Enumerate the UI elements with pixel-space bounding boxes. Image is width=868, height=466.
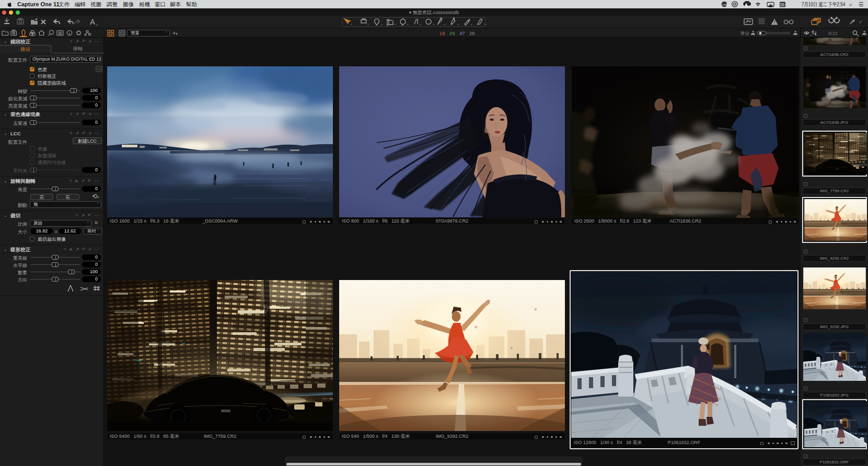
svg-text:29: 29 — [449, 30, 455, 36]
svg-text:導合: 導合 — [740, 31, 750, 36]
svg-text:LINE: LINE — [723, 3, 729, 6]
svg-text:19: 19 — [439, 30, 445, 36]
svg-text:A: A — [90, 17, 95, 26]
svg-text:8/10: 8/10 — [828, 31, 838, 36]
svg-text:28: 28 — [469, 30, 475, 36]
svg-text:47: 47 — [459, 30, 465, 36]
